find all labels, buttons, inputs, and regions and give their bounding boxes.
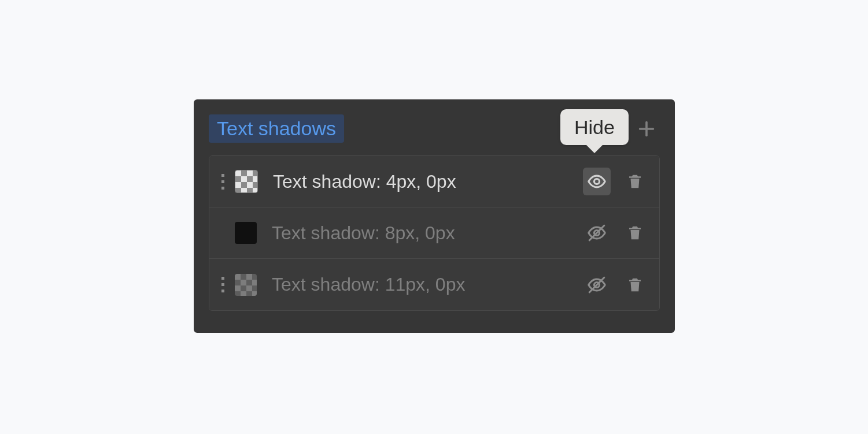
panel-title[interactable]: Text shadows [209, 114, 344, 143]
eye-off-icon [587, 223, 607, 243]
eye-off-icon [587, 275, 607, 295]
color-swatch[interactable] [235, 170, 258, 193]
shadow-list: Text shadow: 4px, 0px [209, 155, 660, 311]
delete-button[interactable] [621, 271, 649, 299]
delete-button[interactable] [621, 219, 649, 247]
row-actions [583, 271, 649, 299]
shadow-label: Text shadow: 4px, 0px [273, 171, 583, 192]
visibility-toggle-button[interactable] [583, 168, 611, 195]
drag-handle-icon[interactable] [216, 277, 229, 292]
visibility-toggle-button[interactable] [583, 219, 611, 247]
shadow-label: Text shadow: 8px, 0px [272, 222, 583, 244]
visibility-toggle-button[interactable] [583, 271, 611, 299]
trash-icon [626, 276, 644, 294]
trash-icon [626, 224, 644, 242]
svg-point-2 [594, 179, 599, 184]
drag-handle-icon[interactable] [216, 174, 229, 190]
add-shadow-button[interactable] [633, 116, 660, 142]
color-swatch[interactable] [235, 274, 257, 296]
eye-icon [587, 172, 607, 191]
shadow-label: Text shadow: 11px, 0px [272, 274, 583, 295]
trash-icon [626, 173, 644, 190]
row-actions [583, 219, 649, 247]
delete-button[interactable] [621, 168, 649, 195]
row-actions [583, 168, 649, 195]
color-swatch[interactable] [235, 222, 257, 244]
plus-icon [637, 119, 656, 139]
shadow-row[interactable]: Text shadow: 8px, 0px [209, 207, 659, 259]
shadow-row[interactable]: Text shadow: 4px, 0px [209, 156, 659, 207]
shadow-row[interactable]: Text shadow: 11px, 0px [209, 259, 659, 310]
tooltip: Hide [560, 109, 629, 145]
